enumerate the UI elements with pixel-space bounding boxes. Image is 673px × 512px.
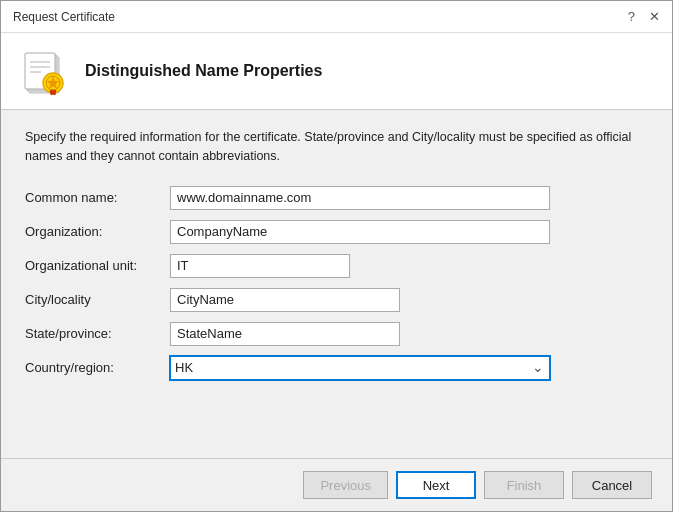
form-group-city: City/locality — [25, 288, 648, 312]
label-common-name: Common name: — [25, 190, 170, 205]
select-wrapper-country: HK US GB CN AU DE FR JP — [170, 356, 550, 380]
form-group-org-unit: Organizational unit: — [25, 254, 648, 278]
label-state: State/province: — [25, 326, 170, 341]
form-group-common-name: Common name: — [25, 186, 648, 210]
form-group-state: State/province: — [25, 322, 648, 346]
input-city[interactable] — [170, 288, 400, 312]
certificate-icon — [21, 47, 69, 95]
previous-button[interactable]: Previous — [303, 471, 388, 499]
label-country: Country/region: — [25, 360, 170, 375]
header-title: Distinguished Name Properties — [85, 62, 322, 80]
title-bar-title: Request Certificate — [13, 10, 115, 24]
input-organization[interactable] — [170, 220, 550, 244]
label-organization: Organization: — [25, 224, 170, 239]
footer: Previous Next Finish Cancel — [1, 458, 672, 511]
help-icon[interactable]: ? — [628, 9, 635, 24]
content-area: Specify the required information for the… — [1, 110, 672, 458]
header-panel: Distinguished Name Properties — [1, 33, 672, 110]
form-group-country: Country/region: HK US GB CN AU DE FR JP — [25, 356, 648, 380]
input-state[interactable] — [170, 322, 400, 346]
cancel-button[interactable]: Cancel — [572, 471, 652, 499]
label-org-unit: Organizational unit: — [25, 258, 170, 273]
next-button[interactable]: Next — [396, 471, 476, 499]
input-common-name[interactable] — [170, 186, 550, 210]
description-text: Specify the required information for the… — [25, 128, 648, 166]
close-icon[interactable]: ✕ — [649, 9, 660, 24]
input-org-unit[interactable] — [170, 254, 350, 278]
finish-button[interactable]: Finish — [484, 471, 564, 499]
title-bar-controls: ? ✕ — [628, 9, 660, 24]
select-country[interactable]: HK US GB CN AU DE FR JP — [170, 356, 550, 380]
title-bar: Request Certificate ? ✕ — [1, 1, 672, 33]
form-group-organization: Organization: — [25, 220, 648, 244]
title-bar-left: Request Certificate — [13, 10, 115, 24]
label-city: City/locality — [25, 292, 170, 307]
dialog-request-certificate: Request Certificate ? ✕ Distinguished — [0, 0, 673, 512]
